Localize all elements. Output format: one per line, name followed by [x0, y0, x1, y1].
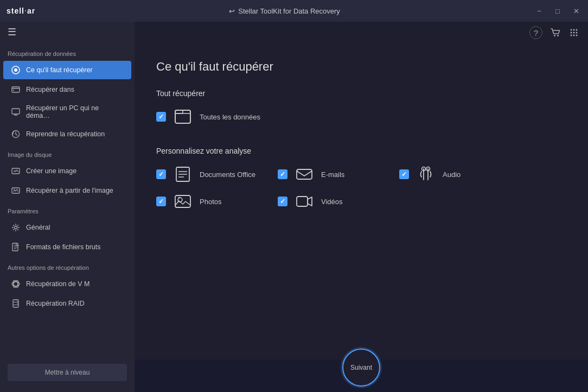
page-title: Ce qu'il faut récupérer [156, 60, 566, 74]
sidebar-item-what-to-recover[interactable]: Ce qu'il faut récupérer [3, 61, 131, 79]
sidebar-item-resume[interactable]: Reprendre la récupération [3, 125, 131, 143]
raw-formats-icon [11, 242, 21, 252]
sidebar-item-recover-pc[interactable]: Récupérer un PC qui ne déma… [3, 100, 131, 124]
recover-pc-icon [11, 107, 21, 117]
sidebar-item-label: Ce qu'il faut récupérer [26, 66, 93, 74]
videos-checkbox[interactable] [278, 197, 287, 206]
photos-label: Photos [200, 198, 221, 206]
sidebar-item-create-image[interactable]: Créer une image [3, 162, 131, 180]
svg-point-11 [14, 189, 15, 190]
sidebar-section-data-recovery: Récupération de données [0, 43, 135, 60]
office-label: Documents Office [200, 170, 255, 179]
minimize-button[interactable]: − [534, 5, 545, 16]
emails-option: E-mails [278, 164, 386, 185]
grid-button[interactable] [568, 27, 579, 38]
svg-point-24 [571, 29, 572, 31]
photos-checkbox[interactable] [156, 197, 166, 206]
svg-rect-9 [12, 168, 20, 174]
sidebar-section-params: Paramètres [0, 200, 135, 218]
resume-icon [11, 129, 21, 139]
svg-point-21 [17, 303, 18, 304]
sidebar-item-label: Général [26, 224, 50, 231]
svg-point-32 [576, 35, 578, 36]
app-logo: stell·ar [7, 7, 35, 15]
svg-rect-3 [12, 88, 20, 89]
office-checkbox[interactable] [156, 169, 166, 179]
svg-rect-42 [175, 195, 190, 207]
recover-all-row: Toutes les données [156, 106, 566, 127]
customize-group: Personnalisez votre analyse [156, 147, 566, 218]
svg-point-20 [17, 301, 18, 302]
sidebar-item-label: Récupérer à partir de l'image [26, 187, 113, 194]
svg-point-4 [13, 90, 14, 91]
recover-all-section-title: Tout récupérer [156, 89, 566, 98]
office-option: Documents Office [156, 164, 265, 185]
sidebar-top: ☰ [0, 22, 135, 43]
customize-row-2: Photos Vidéos [156, 191, 566, 212]
sidebar-item-general[interactable]: Général [3, 218, 131, 237]
sidebar-item-recover-image[interactable]: Récupérer à partir de l'image [3, 181, 131, 200]
emails-label: E-mails [321, 170, 344, 179]
sidebar-item-label: Récupérer dans [26, 86, 74, 93]
svg-point-31 [573, 35, 575, 36]
svg-point-44 [178, 197, 180, 199]
svg-rect-39 [297, 169, 312, 179]
create-image-icon [11, 166, 21, 176]
office-icon [172, 164, 193, 185]
sidebar: ☰ Récupération de données Ce qu'il faut … [0, 22, 135, 392]
help-button[interactable]: ? [529, 26, 542, 39]
titlebar-controls: − □ ✕ [534, 5, 581, 16]
videos-option: Vidéos [278, 191, 386, 212]
sidebar-item-raid-recovery[interactable]: Récupération RAID [3, 294, 131, 313]
upgrade-button[interactable]: Mettre à niveau [8, 364, 127, 381]
titlebar-title: ↩ Stellar ToolKit for Data Recovery [35, 7, 534, 15]
audio-icon [416, 164, 436, 185]
videos-label: Vidéos [321, 198, 343, 206]
photos-icon [172, 191, 193, 212]
svg-rect-10 [12, 188, 20, 193]
emails-checkbox[interactable] [278, 169, 287, 179]
photos-option: Photos [156, 191, 265, 212]
app-body: ☰ Récupération de données Ce qu'il faut … [0, 22, 588, 392]
audio-option: Audio [399, 164, 508, 185]
sidebar-item-label: Créer une image [26, 167, 76, 175]
svg-point-29 [576, 32, 578, 34]
main-content: Ce qu'il faut récupérer Tout récupérer [135, 43, 588, 359]
hamburger-menu[interactable]: ☰ [8, 27, 16, 37]
close-button[interactable]: ✕ [571, 5, 581, 16]
sidebar-item-raw-formats[interactable]: Formats de fichiers bruts [3, 238, 131, 256]
next-button[interactable]: Suivant [342, 349, 380, 387]
sidebar-item-label: Récupérer un PC qui ne déma… [26, 104, 124, 119]
raid-recovery-icon [11, 299, 21, 308]
svg-point-25 [573, 29, 575, 31]
sidebar-item-label: Récupération RAID [26, 300, 85, 307]
svg-point-22 [554, 35, 555, 36]
sidebar-section-other: Autres options de récupération [0, 257, 135, 274]
sidebar-item-vm-recovery[interactable]: Récupération de V M [3, 275, 131, 293]
maximize-button[interactable]: □ [552, 5, 563, 16]
top-toolbar: ? [135, 22, 588, 43]
sidebar-section-disk-image: Image du disque [0, 144, 135, 161]
svg-point-28 [573, 32, 575, 34]
all-data-checkbox[interactable] [156, 112, 166, 122]
bottom-bar: Suivant [135, 359, 588, 392]
what-to-recover-icon [11, 65, 21, 75]
cart-button[interactable] [550, 27, 561, 38]
svg-point-12 [15, 226, 17, 229]
svg-point-27 [571, 32, 572, 34]
sidebar-item-label: Récupération de V M [26, 280, 90, 288]
recover-all-group: Tout récupérer Toutes les données [156, 89, 566, 134]
svg-rect-2 [12, 87, 20, 92]
all-data-option: Toutes les données [156, 106, 265, 127]
audio-checkbox[interactable] [399, 169, 409, 179]
titlebar: stell·ar ↩ Stellar ToolKit for Data Reco… [0, 0, 588, 22]
sidebar-spacer [0, 313, 135, 358]
all-data-icon [172, 106, 193, 127]
sidebar-item-recover-in[interactable]: Récupérer dans [3, 80, 131, 99]
sidebar-item-label: Formats de fichiers bruts [26, 243, 101, 251]
svg-point-1 [14, 68, 17, 72]
sidebar-item-label: Reprendre la récupération [26, 130, 105, 138]
recover-in-icon [11, 85, 21, 94]
vm-recovery-icon [11, 279, 21, 289]
emails-icon [294, 164, 315, 185]
